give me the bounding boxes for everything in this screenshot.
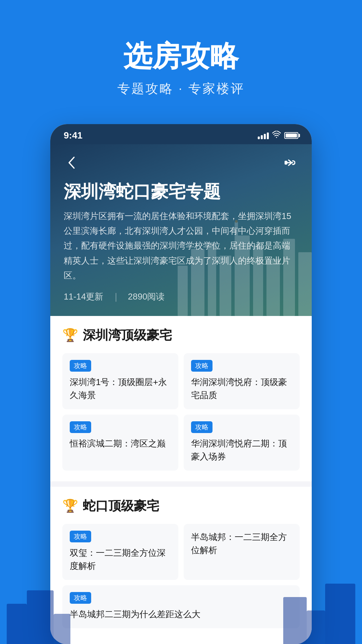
article-item[interactable]: 半岛城邦：一二三期全方位解析 <box>184 524 300 580</box>
section-shenzhen-bay: 🏆 深圳湾顶级豪宅 攻略 深圳湾1号：顶级圈层+永久海景 攻略 华润深圳湾悦府：… <box>50 316 312 481</box>
article-tag: 攻略 <box>191 360 213 372</box>
svg-rect-6 <box>253 246 263 316</box>
svg-point-11 <box>235 220 238 223</box>
status-icons <box>258 131 298 140</box>
article-text: 半岛城邦：一二三期全方位解析 <box>191 531 292 557</box>
svg-point-0 <box>276 137 277 138</box>
article-item[interactable]: 攻略 深圳湾1号：顶级圈层+永久海景 <box>62 353 178 409</box>
share-button[interactable] <box>282 154 298 171</box>
header-section: 选房攻略 专题攻略 · 专家楼评 <box>0 0 362 117</box>
section-title-2: 蛇口顶级豪宅 <box>83 497 159 515</box>
header-subtitle: 专题攻略 · 专家楼评 <box>13 80 349 97</box>
article-grid-2: 攻略 双玺：一二三期全方位深度解析 半岛城邦：一二三期全方位解析 <box>62 524 300 580</box>
phone-mockup: 9:41 <box>50 124 312 644</box>
svg-rect-4 <box>220 256 231 316</box>
trophy-icon-2: 🏆 <box>62 498 78 513</box>
article-text: 华润深圳湾悦府：顶级豪宅品质 <box>191 376 292 402</box>
share-icon <box>285 157 295 168</box>
wifi-icon <box>272 131 281 140</box>
content-area: 🏆 深圳湾顶级豪宅 攻略 深圳湾1号：顶级圈层+永久海景 攻略 华润深圳湾悦府：… <box>50 316 312 639</box>
article-text: 华润深圳湾悦府二期：顶豪入场券 <box>191 437 292 463</box>
back-button[interactable] <box>64 154 80 171</box>
svg-rect-2 <box>191 249 204 316</box>
page-background: 选房攻略 专题攻略 · 专家楼评 9:41 <box>0 0 362 644</box>
status-bar: 9:41 <box>50 124 312 144</box>
article-item[interactable]: 攻略 华润深圳湾悦府二期：顶豪入场券 <box>184 415 300 471</box>
article-item-single[interactable]: 攻略 半岛城邦二三期为什么差距这么大 <box>62 585 300 628</box>
section-title-1: 深圳湾顶级豪宅 <box>83 327 172 344</box>
svg-rect-10 <box>235 222 238 235</box>
hero-area: 深圳湾蛇口豪宅专题 深圳湾片区拥有一流的居住体验和环境配套，坐拥深圳湾15公里滨… <box>50 144 312 316</box>
article-text: 半岛城邦二三期为什么差距这么大 <box>70 608 292 621</box>
hero-bg-decoration <box>178 215 312 316</box>
nav-bar <box>64 154 298 171</box>
article-item[interactable]: 攻略 华润深圳湾悦府：顶级豪宅品质 <box>184 353 300 409</box>
battery-icon <box>284 132 298 139</box>
article-text: 双玺：一二三期全方位深度解析 <box>70 546 171 573</box>
hero-title: 深圳湾蛇口豪宅专题 <box>64 181 298 202</box>
article-tag: 攻略 <box>70 592 91 604</box>
article-tag: 攻略 <box>70 531 91 542</box>
article-tag: 攻略 <box>70 421 91 433</box>
signal-icon <box>258 132 269 139</box>
article-grid-1: 攻略 深圳湾1号：顶级圈层+永久海景 攻略 华润深圳湾悦府：顶级豪宅品质 攻略 … <box>62 353 300 471</box>
status-time: 9:41 <box>64 130 82 141</box>
trophy-icon-1: 🏆 <box>62 328 78 342</box>
svg-rect-9 <box>298 252 312 316</box>
svg-rect-3 <box>208 242 216 316</box>
svg-rect-8 <box>283 239 295 316</box>
section-shekou: 🏆 蛇口顶级豪宅 攻略 双玺：一二三期全方位深度解析 半岛城邦：一二三期全方位解… <box>50 487 312 639</box>
section-header-1: 🏆 深圳湾顶级豪宅 <box>62 327 300 344</box>
section-header-2: 🏆 蛇口顶级豪宅 <box>62 497 300 515</box>
article-item[interactable]: 攻略 恒裕滨城二期：湾区之巅 <box>62 415 178 471</box>
svg-rect-7 <box>266 259 280 316</box>
article-tag: 攻略 <box>191 421 213 433</box>
page-title: 选房攻略 <box>13 40 349 72</box>
article-tag: 攻略 <box>70 360 91 372</box>
svg-rect-1 <box>178 266 188 316</box>
back-chevron-icon <box>67 155 77 170</box>
article-item[interactable]: 攻略 双玺：一二三期全方位深度解析 <box>62 524 178 580</box>
article-text: 深圳湾1号：顶级圈层+永久海景 <box>70 376 171 402</box>
article-text: 恒裕滨城二期：湾区之巅 <box>70 437 171 450</box>
hero-meta-divider: ｜ <box>112 291 120 303</box>
hero-date: 11-14更新 <box>64 291 104 303</box>
hero-reads: 2890阅读 <box>128 291 165 303</box>
svg-rect-5 <box>235 235 250 316</box>
